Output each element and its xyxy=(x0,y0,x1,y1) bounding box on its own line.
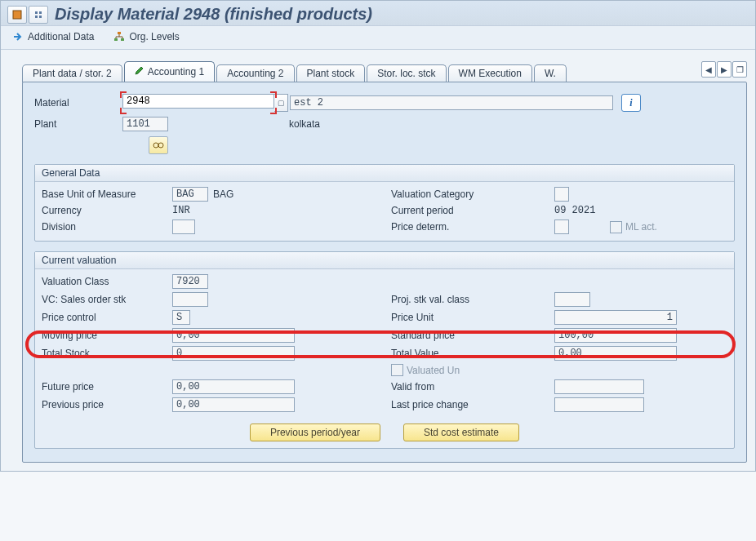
valclass-field: Valuation Class xyxy=(42,274,385,289)
tab-label: Accounting 2 xyxy=(227,68,283,79)
material-text xyxy=(290,95,613,110)
tab-label: Plant stock xyxy=(307,68,355,79)
tab-wm-execution[interactable]: WM Execution xyxy=(448,64,532,82)
valun-checkbox[interactable] xyxy=(391,364,403,376)
future-price-label: Future price xyxy=(42,381,172,392)
svg-rect-3 xyxy=(35,16,38,18)
standard-price-input[interactable] xyxy=(554,328,677,343)
vcso-field: VC: Sales order stk xyxy=(42,292,385,307)
future-price-input[interactable] xyxy=(172,379,295,394)
tab-container: Plant data / stor. 2 Accounting 1 Accoun… xyxy=(1,50,755,82)
tab-accounting-2[interactable]: Accounting 2 xyxy=(216,64,294,82)
page-title: Display Material 2948 (finished products… xyxy=(55,5,372,24)
proj-field: Proj. stk val. class xyxy=(391,292,590,307)
totstock-label: Total Stock xyxy=(42,348,172,359)
period-label: Current period xyxy=(391,205,554,216)
priceunit-field: Price Unit xyxy=(391,310,677,325)
detail-toggle-icon[interactable] xyxy=(29,6,48,24)
pricedet-input[interactable] xyxy=(554,220,569,234)
active-tab-icon xyxy=(135,65,145,78)
prev-price-label: Previous price xyxy=(42,399,172,410)
moving-price-input[interactable] xyxy=(172,328,295,343)
svg-rect-2 xyxy=(39,11,42,14)
tab-label: Plant data / stor. 2 xyxy=(33,68,112,79)
plant-input[interactable] xyxy=(122,117,168,131)
priceunit-input[interactable] xyxy=(554,310,677,325)
prev-price-input[interactable] xyxy=(172,397,295,412)
totvalue-label: Total Value xyxy=(391,348,554,359)
tab-accounting-1[interactable]: Accounting 1 xyxy=(124,61,215,82)
valclass-label: Valuation Class xyxy=(42,276,172,287)
toolbar: Additional Data Org. Levels xyxy=(1,26,755,50)
additional-data-label: Additional Data xyxy=(28,31,94,42)
totstock-input[interactable] xyxy=(172,346,295,361)
org-levels-label: Org. Levels xyxy=(129,31,179,42)
pricedet-label: Price determ. xyxy=(391,221,554,233)
priceunit-label: Price Unit xyxy=(391,312,554,323)
svg-rect-0 xyxy=(13,11,21,19)
moving-price-label: Moving price xyxy=(42,330,172,341)
svg-point-8 xyxy=(153,143,158,148)
tab-scroll-right-icon[interactable]: ▶ xyxy=(717,61,732,78)
valcat-label: Valuation Category xyxy=(391,188,554,200)
material-row: Material ▢ i xyxy=(34,94,735,112)
tab-stor-loc-stck[interactable]: Stor. loc. stck xyxy=(367,64,446,82)
currency-label: Currency xyxy=(42,205,172,216)
svg-rect-4 xyxy=(39,16,42,18)
lastchg-input[interactable] xyxy=(554,397,644,412)
plant-row: Plant kolkata xyxy=(34,117,735,131)
additional-data-button[interactable]: Additional Data xyxy=(12,31,94,42)
vcso-input[interactable] xyxy=(172,292,208,307)
org-levels-button[interactable]: Org. Levels xyxy=(113,31,179,42)
tab-body: Material ▢ i Plant kolkata General Data xyxy=(22,82,747,463)
mlact-checkbox[interactable] xyxy=(610,221,622,233)
material-label: Material xyxy=(34,97,122,109)
tab-more[interactable]: W. xyxy=(534,64,567,82)
standard-price-label: Standard price xyxy=(391,330,554,341)
buom-input[interactable] xyxy=(172,187,208,202)
svg-rect-7 xyxy=(121,38,124,41)
validfrom-input[interactable] xyxy=(554,379,644,394)
previous-period-button[interactable]: Previous period/year xyxy=(250,423,380,441)
valun-label: Valuated Un xyxy=(407,365,537,376)
tab-plant-data[interactable]: Plant data / stor. 2 xyxy=(22,64,122,82)
tab-strip: Plant data / stor. 2 Accounting 1 Accoun… xyxy=(22,61,747,82)
division-field: Division xyxy=(42,220,385,234)
valclass-input[interactable] xyxy=(172,274,208,289)
transaction-icon[interactable] xyxy=(7,6,27,24)
totvalue-field: Total Value xyxy=(391,346,677,361)
glasses-row xyxy=(34,136,735,154)
std-cost-estimate-button[interactable]: Std cost estimate xyxy=(403,423,519,441)
currency-field: Currency INR xyxy=(42,205,385,216)
valcat-input[interactable] xyxy=(554,187,569,202)
valuation-button-row: Previous period/year Std cost estimate xyxy=(42,423,727,441)
org-levels-icon xyxy=(113,31,125,42)
current-valuation-title: Current valuation xyxy=(35,252,734,269)
display-details-button[interactable] xyxy=(149,136,168,154)
info-icon[interactable]: i xyxy=(621,94,641,112)
tab-plant-stock[interactable]: Plant stock xyxy=(296,64,366,82)
arrow-right-icon xyxy=(12,31,24,42)
pricectrl-input[interactable] xyxy=(172,310,190,325)
tab-list-icon[interactable]: ❐ xyxy=(732,61,747,78)
vcso-label: VC: Sales order stk xyxy=(42,294,172,305)
valun-field: Valuated Un xyxy=(391,364,537,376)
future-price-field: Future price xyxy=(42,379,385,394)
pricectrl-label: Price control xyxy=(42,312,172,323)
svg-rect-6 xyxy=(114,38,118,41)
tab-nav-controls: ◀ ▶ ❐ xyxy=(701,61,747,78)
tab-label: WM Execution xyxy=(459,68,522,79)
proj-input[interactable] xyxy=(554,292,590,307)
general-data-group: General Data Base Unit of Measure BAG Va… xyxy=(34,164,735,242)
period-value: 09 2021 xyxy=(554,205,685,216)
totvalue-input[interactable] xyxy=(554,346,677,361)
valcat-field: Valuation Category xyxy=(391,187,569,202)
validfrom-label: Valid from xyxy=(391,381,554,392)
currency-value: INR xyxy=(172,205,303,216)
material-input[interactable] xyxy=(122,94,274,109)
lastchg-label: Last price change xyxy=(391,399,554,410)
moving-price-field: Moving price xyxy=(42,328,385,343)
tab-scroll-left-icon[interactable]: ◀ xyxy=(701,61,716,78)
plant-label: Plant xyxy=(34,118,122,130)
division-input[interactable] xyxy=(172,220,195,234)
